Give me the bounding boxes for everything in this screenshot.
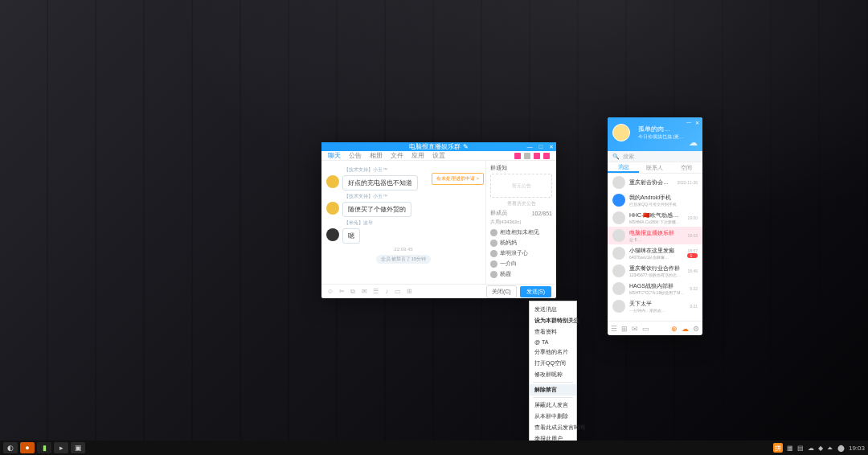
- group-chat-window: 电脑报直播娱乐群 ✎ — □ ✕ 聊天 公告 相册 文件 应用 设置 有未处理进…: [321, 142, 556, 298]
- avatar: [612, 282, 625, 295]
- tray-icon[interactable]: ◆: [818, 445, 823, 452]
- edit-icon[interactable]: ✎: [463, 143, 469, 150]
- list-view-icon[interactable]: [524, 153, 530, 159]
- avatar: [612, 300, 625, 313]
- image-icon[interactable]: ✉: [360, 288, 368, 295]
- maximize-button[interactable]: □: [539, 144, 542, 150]
- grid-view-icon[interactable]: [514, 153, 521, 159]
- screenshot-icon[interactable]: ✂: [338, 288, 346, 295]
- tray-icon[interactable]: ☁: [808, 445, 814, 452]
- taskbar-files[interactable]: ▸: [54, 442, 68, 453]
- ctx-at-ta[interactable]: @ TA: [530, 338, 576, 346]
- tray-icon[interactable]: ⏶: [827, 445, 833, 452]
- ctx-edit-nick[interactable]: 修改群昵称: [530, 369, 576, 380]
- search-placeholder: 搜索: [623, 153, 634, 161]
- context-menu: 发送消息 设为本群特别关注 查看资料 @ TA 分享他的名片 打开QQ空间 修改…: [529, 301, 577, 448]
- taskbar-qq[interactable]: ▣: [71, 442, 85, 453]
- tab-settings[interactable]: 设置: [432, 151, 445, 160]
- minimize-button[interactable]: —: [686, 120, 691, 125]
- avatar[interactable]: [326, 175, 339, 188]
- weiyun-icon[interactable]: ☁: [682, 325, 689, 333]
- minimize-button[interactable]: —: [527, 144, 533, 150]
- ctx-separator: [533, 382, 573, 383]
- tray-icon[interactable]: ▦: [787, 445, 793, 452]
- members-header: 群成员 102/851: [490, 209, 552, 217]
- message-bubble: 嗯: [342, 228, 360, 244]
- list-item[interactable]: 重庆射击协会活动群01 2022-11-26: [608, 174, 702, 191]
- music-icon[interactable]: ♪: [383, 288, 391, 295]
- close-chat-button[interactable]: 关闭(C): [486, 285, 517, 298]
- ctx-block-speak[interactable]: 屏蔽此人发言: [530, 400, 576, 411]
- menu-icon[interactable]: ☰: [611, 325, 617, 333]
- taskbar-terminal[interactable]: ▮: [37, 442, 51, 453]
- avatar[interactable]: [326, 228, 339, 241]
- group-notice-box[interactable]: 暂无公告: [490, 174, 552, 198]
- conversation-list[interactable]: 重庆射击协会活动群01 2022-11-26 我的Android手机已登录QQ,…: [608, 174, 702, 321]
- ctx-view-profile[interactable]: 查看资料: [530, 326, 576, 338]
- qq-footer: ☰ ⊞ ✉ ▭ ⊕ ☁ ⚙: [608, 321, 702, 335]
- ctx-special-follow[interactable]: 设为本群特别关注: [530, 315, 576, 326]
- tab-files[interactable]: 文件: [391, 151, 403, 160]
- tray-icon[interactable]: ⬤: [837, 445, 845, 452]
- list-item[interactable]: 天下太平一分钟内…家的农… 9:21: [608, 297, 702, 315]
- taskbar-app[interactable]: ●: [20, 442, 35, 453]
- group-side-panel: 群通知 暂无公告 查看历史公告 群成员 102/851 共用|434362c| …: [485, 161, 556, 284]
- extra-view-icon[interactable]: [543, 153, 550, 159]
- list-item[interactable]: 我的Android手机已登录QQ,可传文件到手机: [608, 191, 702, 209]
- mail-icon[interactable]: ✉: [632, 325, 638, 333]
- tab-apps[interactable]: 应用: [411, 151, 424, 160]
- members-sub: 共用|434362c|: [490, 219, 552, 226]
- list-item[interactable]: 小猫咪在这里发癫64076avv1从你麻嘛… 18:571: [608, 244, 702, 262]
- wallet-icon[interactable]: ▭: [642, 325, 649, 333]
- user-avatar[interactable]: [612, 124, 630, 141]
- list-item[interactable]: HHC-🇨🇳欧气动感厂🔥MSHMA.Cx28对:下次新疆… 19:00: [608, 209, 702, 227]
- ime-icon[interactable]: 拼: [773, 443, 783, 453]
- close-button[interactable]: ✕: [695, 120, 699, 125]
- send-button[interactable]: 发送(S): [520, 286, 551, 297]
- start-menu-button[interactable]: ◐: [3, 442, 18, 453]
- avatar[interactable]: [326, 202, 339, 215]
- emoji-icon[interactable]: ☺: [326, 288, 334, 295]
- member-item[interactable]: 杨妈妈: [490, 239, 552, 247]
- tab-messages[interactable]: 消息: [608, 162, 639, 173]
- compact-view-icon[interactable]: [534, 153, 540, 159]
- add-icon[interactable]: ⊕: [671, 325, 678, 333]
- view-mode-icons[interactable]: [514, 153, 550, 159]
- record-icon[interactable]: ▭: [394, 288, 402, 295]
- tab-notice[interactable]: 公告: [349, 151, 362, 160]
- avatar: [612, 176, 625, 189]
- avatar: [612, 229, 625, 242]
- ctx-send-message[interactable]: 发送消息: [530, 304, 576, 315]
- user-nickname[interactable]: 孤单的肉…: [638, 125, 698, 133]
- clock[interactable]: 19:03: [849, 445, 865, 452]
- list-item[interactable]: 重庆餐饮行业合作群12345677:领教你有活的店下… 18:46: [608, 262, 702, 280]
- ctx-open-qzone[interactable]: 打开QQ空间: [530, 358, 576, 369]
- file-icon[interactable]: ⧉: [349, 288, 357, 296]
- member-item[interactable]: 杨霞: [490, 270, 552, 278]
- member-item[interactable]: 相逢相知未相见: [490, 228, 552, 236]
- sender-name: 【技术支持】小玉™: [344, 193, 481, 200]
- notice-history-link[interactable]: 查看历史公告: [490, 200, 552, 207]
- tab-contacts[interactable]: 联系人: [639, 162, 670, 173]
- weather-icon[interactable]: ☁: [689, 137, 698, 148]
- search-bar[interactable]: 🔍 搜索: [608, 151, 702, 162]
- ctx-share-card[interactable]: 分享他的名片: [530, 346, 576, 358]
- app-icon[interactable]: ⊞: [405, 288, 413, 295]
- ctx-unban[interactable]: 解除禁言: [530, 384, 576, 396]
- ctx-remove[interactable]: 从本群中删除: [530, 411, 576, 422]
- member-item[interactable]: 草明浪子心: [490, 249, 552, 257]
- more-icon[interactable]: ☰: [371, 288, 379, 295]
- tab-qzone[interactable]: 空间: [671, 162, 702, 173]
- ctx-view-time[interactable]: 查看此成员发言时间: [530, 422, 576, 433]
- settings-icon[interactable]: ⚙: [693, 325, 699, 333]
- tray-icon[interactable]: ▤: [797, 445, 804, 452]
- member-item[interactable]: 一介白: [490, 260, 552, 268]
- tab-album[interactable]: 相册: [370, 151, 383, 160]
- tab-chat[interactable]: 聊天: [328, 151, 341, 160]
- list-item-selected[interactable]: 电脑报直播娱乐群蓝卡… 19:03: [608, 227, 702, 244]
- pending-join-request[interactable]: 有未处理进群申请 >: [432, 173, 484, 185]
- chat-titlebar[interactable]: 电脑报直播娱乐群 ✎ — □ ✕: [321, 142, 556, 151]
- close-button[interactable]: ✕: [549, 144, 554, 150]
- apps-icon[interactable]: ⊞: [621, 325, 628, 333]
- list-item[interactable]: HAGS战狼内部群MSHTC*CC*A:18秒使用了M托熊湿… 9:22: [608, 280, 702, 297]
